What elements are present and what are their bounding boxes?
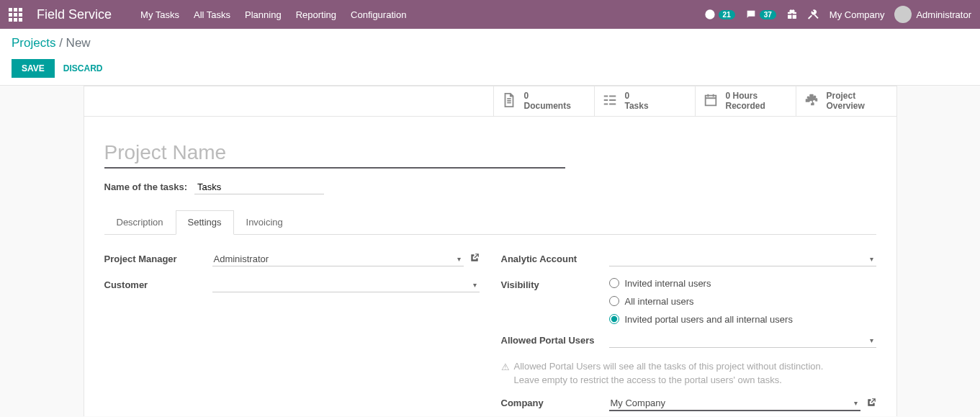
right-column: Analytic Account ▾ Visibility Inv xyxy=(501,252,876,416)
settings-body: Project Manager Administrator ▾ xyxy=(104,235,876,416)
tab-description[interactable]: Description xyxy=(104,210,176,234)
discard-button[interactable]: DISCARD xyxy=(63,63,103,73)
messages-indicator[interactable]: 37 xyxy=(745,9,776,20)
activity-badge: 21 xyxy=(719,10,735,19)
tabs: Description Settings Invoicing xyxy=(104,210,876,235)
chevron-down-icon: ▾ xyxy=(854,399,858,407)
calendar-icon xyxy=(703,92,719,108)
chevron-down-icon: ▾ xyxy=(870,255,873,263)
form-sheet: Name of the tasks: Description Settings … xyxy=(84,117,897,416)
visibility-radio-group: Invited internal users All internal user… xyxy=(609,278,876,325)
tab-invoicing[interactable]: Invoicing xyxy=(234,210,295,234)
nav-right: 21 37 My Company Administrator xyxy=(704,6,971,23)
activity-indicator[interactable]: 21 xyxy=(704,9,735,20)
nav-configuration[interactable]: Configuration xyxy=(351,9,406,20)
avatar-icon xyxy=(894,6,912,23)
breadcrumb-root[interactable]: Projects xyxy=(12,36,55,50)
company-select[interactable]: My Company ▾ xyxy=(609,396,860,411)
external-link-icon[interactable] xyxy=(866,398,876,410)
stat-tasks[interactable]: 0Tasks xyxy=(594,86,695,116)
chevron-down-icon: ▾ xyxy=(457,255,461,263)
control-panel: Projects / New SAVE DISCARD xyxy=(0,29,980,86)
nav-reporting[interactable]: Reporting xyxy=(296,9,336,20)
nav-menu: My Tasks All Tasks Planning Reporting Co… xyxy=(140,9,704,20)
action-buttons: SAVE DISCARD xyxy=(12,59,968,78)
apps-icon[interactable] xyxy=(9,8,22,22)
chevron-down-icon: ▾ xyxy=(870,336,873,344)
puzzle-icon xyxy=(804,92,819,108)
customer-select[interactable]: ▾ xyxy=(212,278,480,292)
nav-my-tasks[interactable]: My Tasks xyxy=(140,9,179,20)
document-icon xyxy=(501,92,517,108)
warning-icon: ⚠ xyxy=(501,360,510,375)
left-column: Project Manager Administrator ▾ xyxy=(104,252,480,416)
breadcrumb-current: New xyxy=(66,36,91,50)
visibility-row: Visibility Invited internal users All in… xyxy=(501,278,876,325)
stat-overview[interactable]: ProjectOverview xyxy=(796,86,896,116)
user-name: Administrator xyxy=(916,9,971,20)
allowed-portal-users-help: ⚠ Allowed Portal Users will see all the … xyxy=(501,359,876,387)
company-row: Company My Company ▾ xyxy=(501,396,876,413)
brand-title[interactable]: Field Service xyxy=(37,7,112,22)
chat-icon xyxy=(745,9,757,20)
project-manager-select[interactable]: Administrator ▾ xyxy=(212,252,464,266)
visibility-option-portal[interactable]: Invited portal users and all internal us… xyxy=(609,314,876,325)
allowed-portal-users-select[interactable]: ▾ xyxy=(609,333,876,348)
tasks-icon xyxy=(602,92,618,108)
nav-all-tasks[interactable]: All Tasks xyxy=(194,9,230,20)
user-menu[interactable]: Administrator xyxy=(894,6,971,23)
stat-buttons: 0Documents 0Tasks 0 HoursRecorded Projec… xyxy=(84,86,897,117)
tools-icon[interactable] xyxy=(808,9,819,20)
gift-icon[interactable] xyxy=(786,9,798,20)
stat-documents[interactable]: 0Documents xyxy=(493,86,594,116)
stat-hours[interactable]: 0 HoursRecorded xyxy=(695,86,796,116)
messages-badge: 37 xyxy=(760,10,776,19)
save-button[interactable]: SAVE xyxy=(12,59,55,78)
main-scroll[interactable]: 0Documents 0Tasks 0 HoursRecorded Projec… xyxy=(0,86,980,416)
analytic-account-select[interactable]: ▾ xyxy=(609,252,876,266)
task-name-input[interactable] xyxy=(194,180,324,194)
project-manager-row: Project Manager Administrator ▾ xyxy=(104,252,480,269)
clock-icon xyxy=(704,9,716,20)
visibility-option-all-internal[interactable]: All internal users xyxy=(609,296,876,307)
allowed-portal-users-row: Allowed Portal Users ▾ xyxy=(501,333,876,351)
chevron-down-icon: ▾ xyxy=(473,281,477,289)
tab-settings[interactable]: Settings xyxy=(176,210,234,235)
customer-row: Customer ▾ xyxy=(104,278,480,295)
task-name-label: Name of the tasks: xyxy=(104,181,188,192)
task-name-row: Name of the tasks: xyxy=(104,180,876,194)
breadcrumb: Projects / New xyxy=(12,36,968,50)
external-link-icon[interactable] xyxy=(469,253,480,265)
company-switcher[interactable]: My Company xyxy=(830,9,885,20)
nav-planning[interactable]: Planning xyxy=(245,9,282,20)
analytic-account-row: Analytic Account ▾ xyxy=(501,252,876,269)
project-name-input[interactable] xyxy=(104,138,565,169)
navbar: Field Service My Tasks All Tasks Plannin… xyxy=(0,0,980,29)
visibility-option-invited-internal[interactable]: Invited internal users xyxy=(609,278,876,289)
sheet-container: 0Documents 0Tasks 0 HoursRecorded Projec… xyxy=(84,86,897,416)
